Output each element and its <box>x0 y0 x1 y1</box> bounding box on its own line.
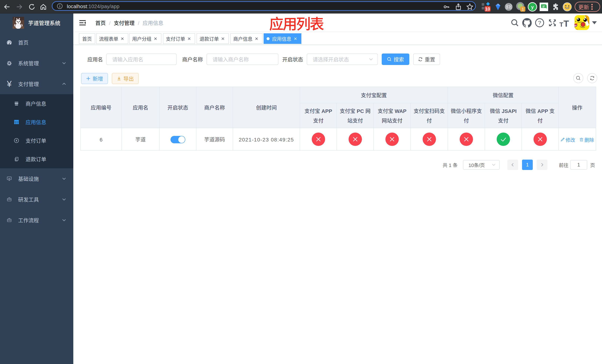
svg-text:T: T <box>563 19 569 27</box>
svg-text:y: y <box>531 4 534 10</box>
svg-text:¥: ¥ <box>16 139 17 142</box>
svg-text:10: 10 <box>485 7 490 11</box>
svg-text:T: T <box>559 21 563 27</box>
svg-text:?: ? <box>538 20 541 26</box>
svg-text:1: 1 <box>522 7 524 11</box>
